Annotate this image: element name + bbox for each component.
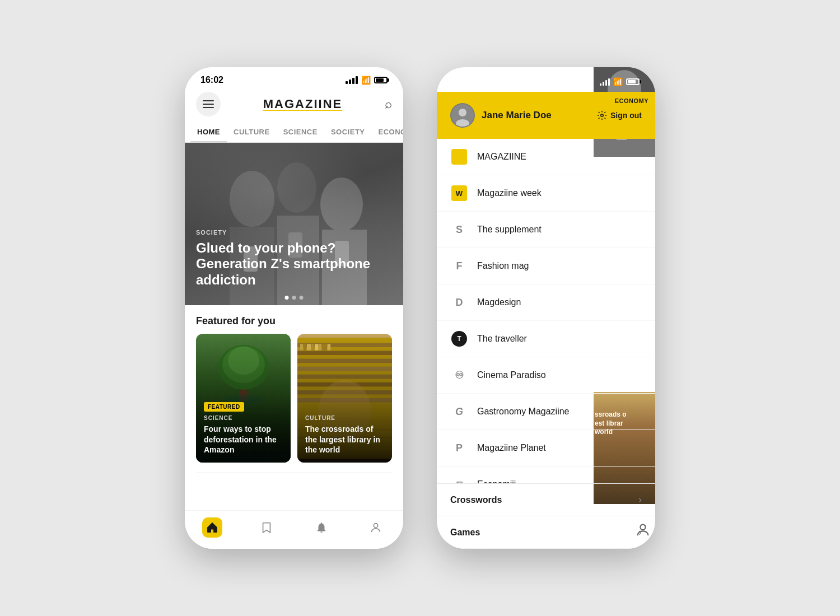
menu-item-magdesign[interactable]: D Magdesign (437, 284, 655, 321)
hamburger-menu-button[interactable] (196, 92, 221, 116)
menu-item-games[interactable]: Games › (437, 516, 655, 549)
menu-label-week: Magaziine week (477, 188, 542, 198)
search-button[interactable]: ⌕ (385, 97, 392, 111)
card-category-2: CULTURE (305, 415, 384, 421)
menu-item-gastronomy[interactable]: G Gastronomy Magaziine (437, 394, 655, 430)
hero-dot-1[interactable] (285, 296, 289, 300)
svg-point-46 (601, 114, 604, 117)
signal-bars-icon (346, 76, 358, 84)
hero-category: SOCIETY (196, 229, 392, 236)
nav-item-home[interactable] (202, 517, 222, 538)
fashion-icon: F (450, 257, 468, 275)
menu-label-economiii: Economiii (477, 479, 516, 483)
hero-dot-3[interactable] (300, 296, 304, 300)
menu-item-planet[interactable]: P Magaziine Planet (437, 430, 655, 466)
menu-item-supplement[interactable]: S The supplement (437, 212, 655, 248)
planet-icon: P (450, 439, 468, 457)
menu-label-cinema: Cinema Paradiso (477, 370, 546, 380)
peek-person-icon (635, 522, 651, 538)
gear-icon (597, 110, 607, 120)
menu-label-magaziine: MAGAZIINE (477, 152, 526, 162)
menu-item-economiii[interactable]: EI Economiii (437, 466, 655, 483)
menu-label-fashion: Fashion mag (477, 261, 529, 271)
svg-point-36 (374, 524, 378, 528)
svg-point-2 (277, 162, 316, 213)
wifi-icon: 📶 (361, 76, 371, 85)
hero-title: Glued to your phone? Generation Z's smar… (196, 240, 392, 288)
menu-bottom-items: Crosswords › Games › (437, 483, 655, 549)
featured-section-title: Featured for you (185, 305, 403, 334)
tab-science[interactable]: SCIENCE (277, 122, 324, 142)
hero-section: SOCIETY Glued to your phone? Generation … (185, 143, 403, 305)
hero-content: SOCIETY Glued to your phone? Generation … (196, 229, 392, 288)
phone-content: SOCIETY Glued to your phone? Generation … (185, 143, 403, 510)
tab-home[interactable]: HOME (190, 122, 227, 143)
card-title-2: The crossroads of the largest library in… (305, 424, 384, 455)
week-icon: W (450, 184, 468, 202)
status-time: 16:02 (200, 75, 223, 85)
user-avatar (450, 103, 475, 128)
nav-item-notifications[interactable] (311, 517, 332, 538)
hero-dot-2[interactable] (292, 296, 296, 300)
nav-item-profile[interactable] (366, 517, 386, 538)
featured-cards-row: FEATURED SCIENCE Four ways to stop defor… (185, 334, 403, 463)
home-icon (202, 517, 222, 538)
economy-tab-visible: ECONOMY (615, 97, 648, 104)
user-name: Jane Marie Doe (482, 110, 552, 121)
menu-item-cinema[interactable]: ♾ Cinema Paradiso (437, 357, 655, 394)
magdesign-icon: D (450, 293, 468, 311)
hero-dots (285, 296, 304, 300)
status-bar-left: 16:02 📶 (185, 67, 403, 88)
card-badge-featured: FEATURED (204, 402, 244, 412)
gastronomy-icon: G (450, 403, 468, 421)
economiii-icon: EI (450, 475, 468, 483)
menu-status-icons: 📶 (600, 77, 640, 86)
menu-item-traveller[interactable]: T The traveller (437, 321, 655, 357)
user-info: Jane Marie Doe (450, 103, 552, 128)
menu-items-list: MAGAZIINE W Magaziine week S (437, 139, 655, 483)
bottom-nav (185, 510, 403, 549)
menu-label-supplement: The supplement (477, 225, 542, 235)
card-content-2: CULTURE The crossroads of the largest li… (305, 415, 384, 455)
cinema-icon: ♾ (450, 366, 468, 384)
battery-icon (374, 77, 388, 83)
crosswords-label: Crosswords (450, 495, 502, 505)
menu-signal-icon (600, 78, 610, 86)
tab-economy[interactable]: ECONOMY (372, 122, 403, 142)
nav-tabs: HOME CULTURE SCIENCE SOCIETY ECONOMY (185, 122, 403, 143)
card-category-1: SCIENCE (204, 415, 283, 421)
card-content-1: FEATURED SCIENCE Four ways to stop defor… (204, 401, 283, 455)
menu-item-magaziine[interactable]: MAGAZIINE (437, 139, 655, 175)
app-header: MAGAZIINE ⌕ (185, 88, 403, 122)
section-divider (196, 473, 392, 473)
menu-label-traveller: The traveller (477, 334, 527, 344)
menu-item-crosswords[interactable]: Crosswords › (437, 484, 655, 516)
menu-label-planet: Magaziine Planet (477, 443, 546, 453)
grid-icon (453, 153, 465, 161)
menu-list: MAGAZIINE W Magaziine week S (437, 139, 655, 483)
featured-card-amazon[interactable]: FEATURED SCIENCE Four ways to stop defor… (196, 334, 291, 463)
menu-item-week[interactable]: W Magaziine week (437, 175, 655, 212)
bell-icon (311, 517, 332, 538)
menu-main-content: 📶 Jane Marie Doe (437, 67, 655, 549)
traveller-icon: T (450, 330, 468, 348)
tab-culture[interactable]: CULTURE (227, 122, 277, 142)
nav-item-bookmarks[interactable] (256, 517, 277, 538)
menu-wifi-icon: 📶 (613, 77, 623, 86)
svg-point-47 (640, 525, 645, 530)
svg-point-3 (320, 178, 363, 231)
logo: MAGAZIINE (263, 97, 342, 111)
menu-label-gastronomy: Gastronomy Magaziine (477, 407, 570, 417)
menu-item-fashion[interactable]: F Fashion mag (437, 248, 655, 284)
magaziine-icon (450, 148, 468, 166)
svg-point-44 (459, 109, 466, 116)
featured-card-library[interactable]: CULTURE The crossroads of the largest li… (297, 334, 392, 463)
svg-point-1 (230, 171, 274, 227)
sign-out-button[interactable]: Sign out (597, 110, 642, 120)
card-title-1: Four ways to stop deforestation in the A… (204, 424, 283, 455)
supplement-icon: S (450, 221, 468, 239)
status-icons: 📶 (346, 76, 388, 85)
bookmark-icon (256, 517, 277, 538)
games-label: Games (450, 528, 480, 538)
tab-society[interactable]: SOCIETY (324, 122, 372, 142)
